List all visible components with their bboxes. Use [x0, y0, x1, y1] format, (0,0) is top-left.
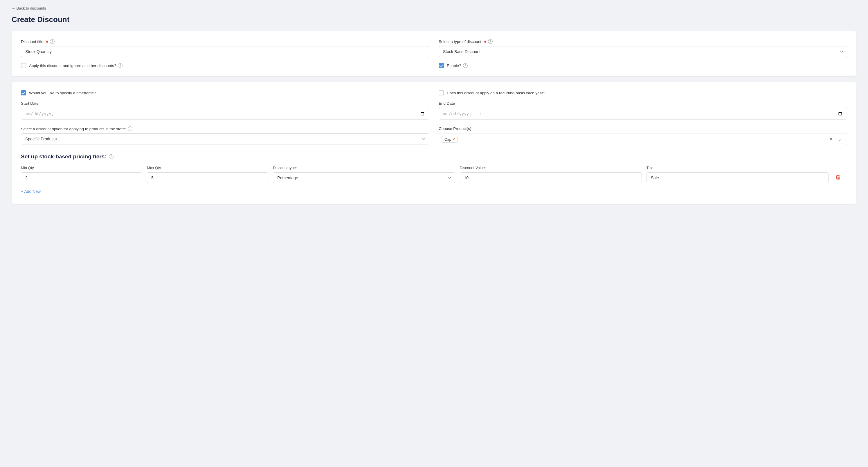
max-qty-input[interactable]: [147, 172, 268, 183]
timeframe-checkbox[interactable]: [21, 90, 26, 95]
min-qty-input[interactable]: [21, 172, 142, 183]
timeframe-label: Would you like to specify a timeframe?: [29, 91, 96, 95]
product-option-group: Select a discount option for applying to…: [21, 127, 429, 145]
apply-ignore-group: Apply this discount and ignore all other…: [21, 63, 429, 68]
back-link-text: ← Back to discounts: [11, 6, 46, 10]
enable-info-icon[interactable]: i: [463, 63, 468, 68]
discount-type-info-icon[interactable]: i: [488, 39, 493, 44]
enable-checkbox[interactable]: [439, 63, 444, 68]
product-option-select[interactable]: Specific Products All Products By Catego…: [21, 133, 429, 144]
selector-divider: [835, 136, 835, 142]
delete-icon: [835, 174, 841, 181]
discount-title-label: Discount title: i: [21, 39, 429, 44]
product-tag-cap: Cap ×: [442, 136, 458, 143]
product-tag-cap-label: Cap: [444, 137, 452, 141]
product-selector-dropdown[interactable]: ⌄: [836, 136, 844, 143]
product-selector[interactable]: Cap × × ⌄: [439, 133, 847, 145]
recurring-group: Does this discount apply on a recurring …: [439, 90, 847, 95]
end-date-input[interactable]: [439, 108, 847, 120]
start-date-group: Start Date: [21, 101, 429, 120]
delete-tier-button[interactable]: [833, 173, 843, 183]
choose-products-group: Choose Product(s) Cap × × ⌄: [439, 127, 847, 145]
end-date-label: End Date: [439, 101, 847, 106]
recurring-label: Does this discount apply on a recurring …: [447, 91, 545, 95]
pricing-tiers-section: Set up stock-based pricing tiers: i Min …: [21, 154, 847, 196]
product-option-info-icon[interactable]: i: [128, 127, 132, 131]
add-new-button[interactable]: + Add New: [21, 187, 41, 196]
enable-group: Enable? i: [439, 63, 847, 68]
required-dot: [46, 41, 48, 43]
discount-type-label: Select a type of discount: i: [439, 39, 847, 44]
product-selector-actions: × ⌄: [827, 136, 844, 143]
timeframe-card: Would you like to specify a timeframe? D…: [11, 82, 857, 204]
tier-title-input[interactable]: [647, 172, 829, 183]
pricing-tiers-info-icon[interactable]: i: [109, 154, 114, 159]
delete-cell: [833, 173, 847, 183]
table-row: Percentage Fixed Amount: [21, 172, 847, 183]
max-qty-col-header: Max Qty: [147, 166, 268, 170]
end-date-group: End Date: [439, 101, 847, 120]
apply-ignore-checkbox[interactable]: [21, 63, 26, 68]
discount-title-input[interactable]: [21, 46, 429, 57]
page-title: Create Discount: [11, 15, 857, 24]
min-qty-cell: [21, 172, 142, 183]
start-date-input[interactable]: [21, 108, 429, 120]
back-link[interactable]: ← Back to discounts: [11, 6, 46, 10]
discount-value-col-header: Discount Value:: [460, 166, 642, 170]
discount-title-group: Discount title: i: [21, 39, 429, 57]
timeframe-group: Would you like to specify a timeframe?: [21, 90, 429, 95]
apply-ignore-info-icon[interactable]: i: [118, 63, 123, 68]
product-option-label: Select a discount option for applying to…: [21, 127, 429, 131]
basic-info-card: Discount title: i Select a type of disco…: [11, 31, 857, 76]
pricing-tiers-title: Set up stock-based pricing tiers: i: [21, 154, 847, 160]
discount-type-select[interactable]: Stock Base Discount Percentage Discount …: [439, 46, 847, 57]
discount-title-info-icon[interactable]: i: [50, 39, 55, 44]
discount-type-cell: Percentage Fixed Amount: [273, 172, 455, 183]
enable-label: Enable? i: [447, 63, 468, 68]
min-qty-col-header: Min Qty: [21, 166, 142, 170]
start-date-label: Start Date: [21, 101, 429, 106]
discount-type-group: Select a type of discount: i Stock Base …: [439, 39, 847, 57]
tier-table-header: Min Qty Max Qty Discount type: Discount …: [21, 166, 847, 170]
max-qty-cell: [147, 172, 268, 183]
tier-discount-type-select[interactable]: Percentage Fixed Amount: [273, 172, 455, 183]
choose-products-label: Choose Product(s): [439, 127, 847, 131]
discount-value-cell: [460, 172, 642, 183]
apply-ignore-label: Apply this discount and ignore all other…: [29, 63, 123, 68]
discount-value-input[interactable]: [460, 172, 642, 183]
title-cell: [647, 172, 829, 183]
title-col-header: Title:: [647, 166, 829, 170]
discount-type-col-header: Discount type:: [273, 166, 455, 170]
required-dot-2: [484, 41, 486, 43]
product-selector-clear[interactable]: ×: [827, 136, 835, 143]
product-tag-cap-remove[interactable]: ×: [453, 137, 455, 141]
recurring-checkbox[interactable]: [439, 90, 444, 95]
